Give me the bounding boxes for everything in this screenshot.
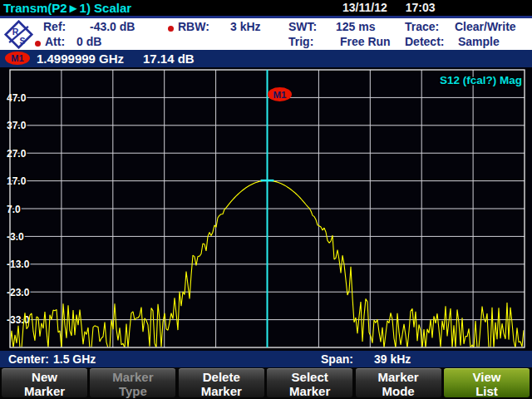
- softkey-delete-marker[interactable]: DeleteMarker: [179, 368, 264, 397]
- trace-value[interactable]: Clear/Write: [455, 20, 516, 34]
- softkey-view-list[interactable]: ViewList: [444, 368, 530, 397]
- trace-display[interactable]: 47.037.027.017.07.0-3.0-13.0-23.0-33.0 S…: [0, 67, 532, 351]
- marker-level-value: 17.14 dB: [143, 51, 195, 66]
- trace-label: Trace:: [405, 20, 439, 34]
- analyzer-screen: Transm(P2►1) Scalar 13/11/1217:03 R S Re…: [0, 0, 532, 399]
- center-freq-label: Center:: [8, 352, 49, 367]
- swt-value[interactable]: 125 ms: [336, 20, 375, 34]
- measurement-mode-title: Transm(P2►1) Scalar: [3, 1, 131, 15]
- ref-label: Ref:: [43, 20, 66, 34]
- span-label: Span:: [321, 352, 353, 367]
- softkey-marker-type: MarkerType: [90, 368, 175, 397]
- settings-panel: R S Ref: -43.0 dB RBW: 3 kHz SWT: 125 ms…: [0, 18, 532, 50]
- detect-value[interactable]: Sample: [458, 35, 500, 49]
- logo-letter-s: S: [19, 36, 25, 46]
- title-bar: Transm(P2►1) Scalar 13/11/1217:03: [0, 0, 532, 16]
- swt-label: SWT:: [288, 20, 317, 34]
- softkey-select-marker[interactable]: SelectMarker: [267, 368, 352, 397]
- softkey-bar: NewMarkerMarkerTypeDeleteMarkerSelectMar…: [0, 367, 532, 399]
- datetime: 13/11/1217:03: [342, 1, 454, 15]
- rbw-manual-dot: [168, 26, 174, 32]
- time-label: 17:03: [406, 1, 436, 14]
- rbw-value[interactable]: 3 kHz: [230, 20, 261, 34]
- y-axis-label: 7.0: [7, 204, 21, 215]
- softkey-new-marker[interactable]: NewMarker: [2, 368, 87, 397]
- marker-frequency-value[interactable]: 1.4999999 GHz: [37, 51, 124, 66]
- date-label: 13/11/12: [342, 1, 387, 14]
- rs-logo-icon: R S: [3, 20, 34, 49]
- att-label: Att:: [45, 35, 65, 49]
- rbw-label: RBW:: [178, 20, 209, 34]
- marker-m1-badge[interactable]: M1: [5, 52, 30, 65]
- center-freq-value[interactable]: 1.5 GHz: [53, 352, 96, 367]
- ref-value[interactable]: -43.0 dB: [90, 20, 135, 34]
- detect-label: Detect:: [405, 35, 444, 49]
- att-value[interactable]: 0 dB: [76, 35, 101, 49]
- logo-letter-r: R: [12, 27, 19, 37]
- marker-readout-bar: M1 1.4999999 GHz 17.14 dB: [0, 50, 532, 67]
- marker-m1-flag-label: M1: [273, 90, 288, 100]
- y-axis-label: -3.0: [7, 231, 24, 243]
- frequency-bar: Center: 1.5 GHz Span: 39 kHz: [0, 351, 532, 367]
- trig-label: Trig:: [288, 35, 313, 49]
- span-value[interactable]: 39 kHz: [374, 352, 411, 367]
- trig-value[interactable]: Free Run: [340, 35, 391, 49]
- att-manual-dot: [35, 41, 41, 47]
- trace-format-label: S12 (fcal?) Mag: [440, 74, 522, 86]
- softkey-marker-mode[interactable]: MarkerMode: [356, 368, 441, 397]
